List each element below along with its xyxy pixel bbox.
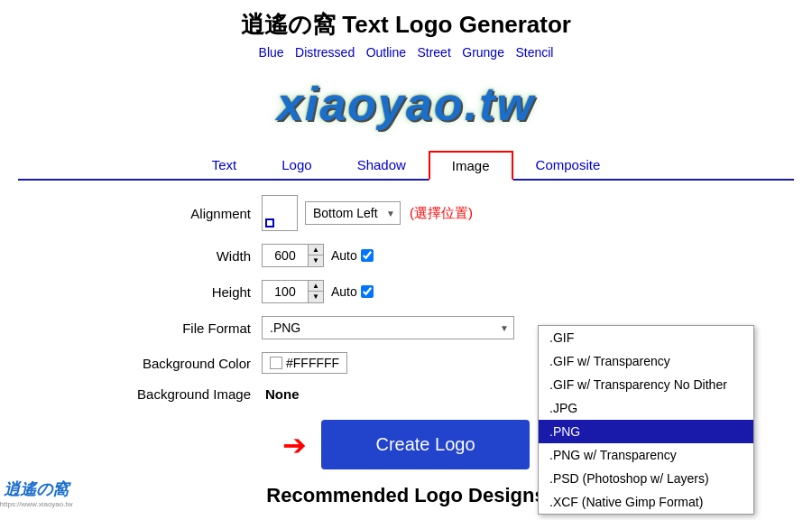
width-row: Width ▲ ▼ Auto xyxy=(135,244,677,267)
width-label: Width xyxy=(135,248,262,264)
bg-color-label: Background Color xyxy=(135,356,262,371)
dropdown-item-gif[interactable]: .GIF xyxy=(539,326,753,349)
width-spin-down[interactable]: ▼ xyxy=(309,255,323,266)
height-label: Height xyxy=(135,284,262,300)
dropdown-item-gif-trans[interactable]: .GIF w/ Transparency xyxy=(539,349,753,373)
dropdown-item-jpg[interactable]: .JPG xyxy=(539,396,753,420)
height-spin-up[interactable]: ▲ xyxy=(309,281,323,292)
width-spin-up[interactable]: ▲ xyxy=(309,245,323,255)
style-links: Blue Distressed Outline Street Grunge St… xyxy=(18,44,794,60)
tab-logo[interactable]: Logo xyxy=(259,151,334,181)
tab-shadow[interactable]: Shadow xyxy=(335,151,429,181)
alignment-hint: (選擇位置) xyxy=(410,205,473,222)
dropdown-item-gif-trans-nodither[interactable]: .GIF w/ Transparency No Dither xyxy=(539,373,753,396)
color-swatch xyxy=(270,357,282,369)
arrow-indicator: ➔ xyxy=(282,431,307,460)
tabs: Text Logo Shadow Image Composite xyxy=(18,151,794,181)
alignment-select-wrapper: Bottom Left ▼ xyxy=(305,201,401,225)
watermark-logo: 逍遙の窩 xyxy=(4,478,69,500)
height-spin-down[interactable]: ▼ xyxy=(309,292,323,302)
create-logo-button[interactable]: Create Logo xyxy=(321,420,529,469)
bg-color-value: #FFFFFF xyxy=(286,356,339,370)
watermark-url: https://www.xiaoyao.tw xyxy=(0,500,72,508)
file-format-label: File Format xyxy=(135,320,262,336)
width-auto-label: Auto xyxy=(331,248,357,263)
height-spin-buttons: ▲ ▼ xyxy=(308,281,323,302)
height-auto-checkbox[interactable] xyxy=(361,285,374,298)
bg-image-label: Background Image xyxy=(135,386,262,402)
alignment-select[interactable]: Bottom Left xyxy=(305,201,401,225)
watermark: 逍遙の窩 https://www.xiaoyao.tw xyxy=(0,466,72,520)
tab-image[interactable]: Image xyxy=(429,151,513,181)
style-link-grunge[interactable]: Grunge xyxy=(462,45,504,60)
file-format-select-wrapper: .PNG ▼ xyxy=(262,316,514,339)
width-input-wrapper: ▲ ▼ xyxy=(262,244,324,267)
height-input[interactable] xyxy=(263,281,308,302)
dropdown-item-png-trans[interactable]: .PNG w/ Transparency xyxy=(539,443,753,467)
width-spin-buttons: ▲ ▼ xyxy=(308,245,323,266)
logo-preview-text: xiaoyao.tw xyxy=(259,68,553,140)
dropdown-item-psd[interactable]: .PSD (Photoshop w/ Layers) xyxy=(539,467,753,490)
site-title: 逍遙の窩 Text Logo Generator xyxy=(18,9,794,41)
height-auto-label: Auto xyxy=(331,284,357,299)
file-format-select[interactable]: .PNG xyxy=(262,316,514,339)
width-input[interactable] xyxy=(263,245,308,266)
height-input-wrapper: ▲ ▼ xyxy=(262,280,324,303)
bg-color-input-wrapper[interactable]: #FFFFFF xyxy=(262,352,347,374)
dropdown-item-xcf[interactable]: .XCF (Native Gimp Format) xyxy=(539,490,753,514)
style-link-street[interactable]: Street xyxy=(417,45,450,60)
alignment-indicator xyxy=(265,218,274,228)
tab-composite[interactable]: Composite xyxy=(513,151,623,181)
alignment-row: Alignment Bottom Left ▼ (選擇位置) xyxy=(135,195,677,231)
style-link-blue[interactable]: Blue xyxy=(259,45,284,60)
bg-image-value: None xyxy=(265,386,300,402)
style-link-outline[interactable]: Outline xyxy=(366,45,406,60)
width-auto-checkbox[interactable] xyxy=(361,249,374,262)
logo-preview: xiaoyao.tw xyxy=(18,68,794,140)
style-link-stencil[interactable]: Stencil xyxy=(515,45,553,60)
file-format-dropdown: .GIF .GIF w/ Transparency .GIF w/ Transp… xyxy=(538,325,754,515)
tab-text[interactable]: Text xyxy=(189,151,260,181)
alignment-label: Alignment xyxy=(135,206,262,221)
height-row: Height ▲ ▼ Auto xyxy=(135,280,677,303)
alignment-box xyxy=(262,195,298,231)
style-link-distressed[interactable]: Distressed xyxy=(295,45,355,60)
dropdown-item-png[interactable]: .PNG xyxy=(539,420,753,443)
